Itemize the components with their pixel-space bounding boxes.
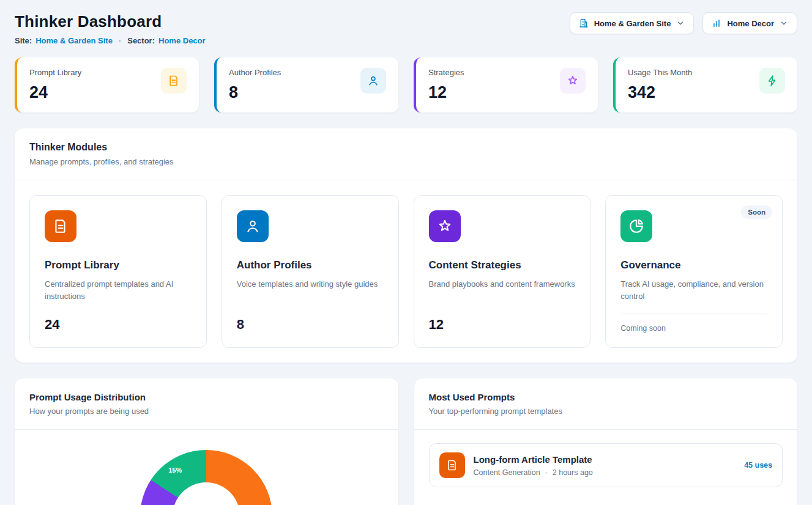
stat-value: 12 xyxy=(428,83,464,102)
prompt-item-category: Content Generation xyxy=(474,468,540,477)
modules-panel-header: Thinker Modules Manage prompts, profiles… xyxy=(15,128,797,180)
sector-link[interactable]: Home Decor xyxy=(158,36,206,45)
stat-value: 342 xyxy=(628,83,692,102)
chevron-down-icon xyxy=(676,19,685,28)
stat-label: Strategies xyxy=(428,68,464,77)
stat-text: Strategies 12 xyxy=(428,68,464,102)
module-description: Brand playbooks and content frameworks xyxy=(429,278,576,290)
module-count: 12 xyxy=(429,317,576,333)
module-title: Content Strategies xyxy=(429,259,576,271)
modules-subtitle: Manage prompts, profiles, and strategies xyxy=(29,157,783,166)
chevron-down-icon xyxy=(780,19,788,28)
stat-label: Author Profiles xyxy=(229,68,281,77)
sector-dropdown-label: Home Decor xyxy=(727,19,774,28)
module-card-author-profiles[interactable]: Author Profiles Voice templates and writ… xyxy=(222,195,399,348)
document-icon xyxy=(45,210,76,242)
usage-card-header: Prompt Usage Distribution How your promp… xyxy=(15,378,398,429)
donut-chart-area: 15% xyxy=(15,450,398,505)
module-title: Author Profiles xyxy=(237,259,384,271)
stat-card-prompt-library: Prompt Library 24 xyxy=(15,57,199,112)
donut-chart: 15% xyxy=(140,450,272,505)
bar-chart-icon xyxy=(712,18,721,28)
pie-chart-icon xyxy=(620,210,652,242)
module-title: Governance xyxy=(620,259,767,271)
prompt-list: Long-form Article Template Content Gener… xyxy=(414,430,798,501)
modules-grid: Prompt Library Centralized prompt templa… xyxy=(15,180,797,363)
prompt-item-main: Long-form Article Template Content Gener… xyxy=(474,454,736,477)
module-title: Prompt Library xyxy=(45,259,192,271)
divider xyxy=(15,429,398,430)
stat-card-usage: Usage This Month 342 xyxy=(613,57,797,112)
separator-dot: · xyxy=(545,468,548,477)
bottom-row: Prompt Usage Distribution How your promp… xyxy=(15,378,797,505)
stat-card-strategies: Strategies 12 xyxy=(414,57,598,112)
sparkle-icon xyxy=(560,68,586,94)
prompts-subtitle: Your top-performing prompt templates xyxy=(429,407,783,416)
stat-value: 8 xyxy=(229,83,281,102)
prompt-item-time: 2 hours ago xyxy=(553,468,593,477)
separator-dot: · xyxy=(119,36,121,45)
site-label: Site: xyxy=(15,36,32,45)
soon-badge: Soon xyxy=(741,205,772,219)
usage-title: Prompt Usage Distribution xyxy=(29,392,384,402)
module-card-governance[interactable]: Soon Governance Track AI usage, complian… xyxy=(605,195,783,348)
modules-title: Thinker Modules xyxy=(29,142,783,153)
site-dropdown[interactable]: Home & Garden Site xyxy=(570,12,695,34)
stat-text: Usage This Month 342 xyxy=(628,68,692,102)
stat-text: Prompt Library 24 xyxy=(29,68,81,102)
most-used-prompts-card: Most Used Prompts Your top-performing pr… xyxy=(414,378,798,505)
header-controls: Home & Garden Site Home Decor xyxy=(570,12,797,34)
prompt-list-item[interactable]: Long-form Article Template Content Gener… xyxy=(429,443,783,487)
bolt-icon xyxy=(759,68,785,94)
usage-subtitle: How your prompts are being used xyxy=(29,407,384,416)
prompts-card-header: Most Used Prompts Your top-performing pr… xyxy=(414,378,798,429)
thinker-modules-panel: Thinker Modules Manage prompts, profiles… xyxy=(15,128,797,363)
building-icon xyxy=(579,18,589,28)
module-count: 8 xyxy=(237,317,384,333)
stat-text: Author Profiles 8 xyxy=(229,68,281,102)
module-description: Voice templates and writing style guides xyxy=(237,278,384,290)
module-card-prompt-library[interactable]: Prompt Library Centralized prompt templa… xyxy=(29,195,207,348)
stat-card-author-profiles: Author Profiles 8 xyxy=(214,57,398,112)
header-left: Thinker Dashboard Site: Home & Garden Si… xyxy=(15,12,206,45)
sparkle-icon xyxy=(429,210,461,242)
prompt-item-title: Long-form Article Template xyxy=(474,454,736,465)
page-title: Thinker Dashboard xyxy=(15,12,206,31)
breadcrumb: Site: Home & Garden Site · Sector: Home … xyxy=(15,36,206,45)
dashboard-page: Thinker Dashboard Site: Home & Garden Si… xyxy=(0,0,812,505)
module-count: 24 xyxy=(45,317,192,333)
coming-soon-text: Coming soon xyxy=(620,314,767,333)
stat-label: Prompt Library xyxy=(29,68,81,77)
site-link[interactable]: Home & Garden Site xyxy=(35,36,113,45)
module-description: Track AI usage, compliance, and version … xyxy=(620,278,767,302)
stats-row: Prompt Library 24 Author Profiles 8 Stra… xyxy=(15,57,797,112)
person-icon xyxy=(360,68,386,94)
module-card-content-strategies[interactable]: Content Strategies Brand playbooks and c… xyxy=(414,195,591,348)
stat-label: Usage This Month xyxy=(628,68,692,77)
document-icon xyxy=(161,68,187,94)
header: Thinker Dashboard Site: Home & Garden Si… xyxy=(15,12,797,45)
stat-value: 24 xyxy=(29,83,81,102)
donut-slice-label: 15% xyxy=(168,466,182,474)
prompt-item-uses: 45 uses xyxy=(744,461,772,470)
sector-label: Sector: xyxy=(127,36,155,45)
sector-dropdown[interactable]: Home Decor xyxy=(702,12,797,34)
module-description: Centralized prompt templates and AI inst… xyxy=(45,278,192,302)
prompts-title: Most Used Prompts xyxy=(429,392,783,402)
person-icon xyxy=(237,210,269,242)
site-dropdown-label: Home & Garden Site xyxy=(594,19,671,28)
usage-distribution-card: Prompt Usage Distribution How your promp… xyxy=(15,378,398,505)
document-icon xyxy=(439,452,465,478)
donut-hole xyxy=(173,482,240,505)
prompt-item-meta: Content Generation · 2 hours ago xyxy=(474,468,736,477)
